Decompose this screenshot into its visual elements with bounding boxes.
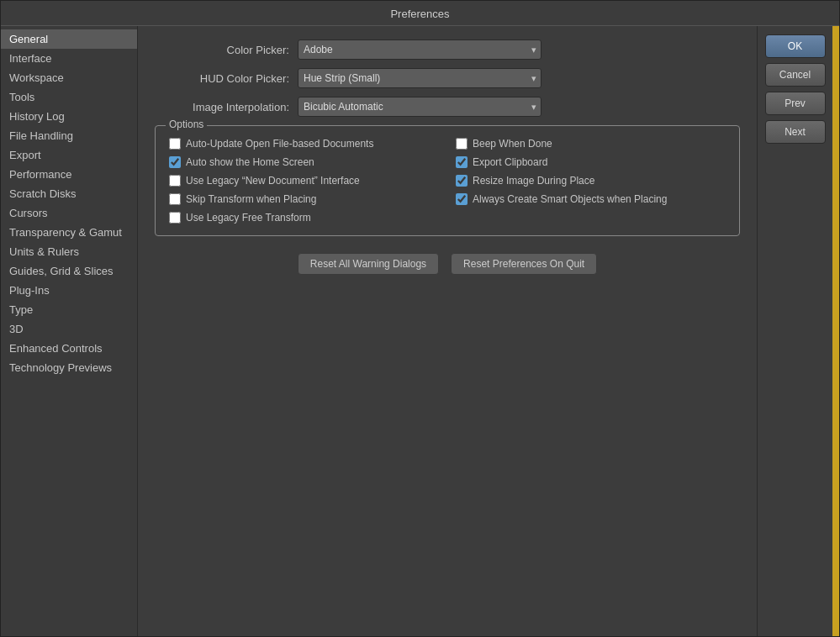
checkbox-row-4: Use Legacy “New Document” Interface <box>169 175 439 187</box>
hud-color-picker-select-wrapper: Hue Strip (Small)Hue Strip (Medium)Hue S… <box>298 68 542 88</box>
options-box: Options Auto-Update Open File-based Docu… <box>155 125 740 236</box>
image-interpolation-label: Image Interpolation: <box>155 101 289 113</box>
image-interpolation-select[interactable]: Bicubic AutomaticNearest NeighborBilinea… <box>298 97 542 117</box>
main-content: Color Picker: AdobeWindows HUD Color Pic… <box>138 26 757 636</box>
checkbox-row-5: Resize Image During Place <box>456 175 726 187</box>
checkbox-6[interactable] <box>169 193 181 205</box>
sidebar-item-interface[interactable]: Interface <box>1 49 137 68</box>
image-interpolation-select-wrapper: Bicubic AutomaticNearest NeighborBilinea… <box>298 97 542 117</box>
checkbox-2[interactable] <box>169 156 181 168</box>
sidebar-item-3d[interactable]: 3D <box>1 319 137 339</box>
checkbox-3[interactable] <box>456 156 468 168</box>
checkbox-row-6: Skip Transform when Placing <box>169 193 439 205</box>
checkbox-label-6[interactable]: Skip Transform when Placing <box>186 193 316 205</box>
hud-color-picker-row: HUD Color Picker: Hue Strip (Small)Hue S… <box>155 68 740 88</box>
checkbox-row-7: Always Create Smart Objects when Placing <box>456 193 726 205</box>
color-picker-row: Color Picker: AdobeWindows <box>155 39 740 60</box>
sidebar-item-tools[interactable]: Tools <box>1 87 137 107</box>
checkbox-4[interactable] <box>169 175 181 187</box>
checkbox-label-1[interactable]: Beep When Done <box>473 138 552 150</box>
options-grid: Auto-Update Open File-based DocumentsBee… <box>169 138 726 224</box>
color-picker-label: Color Picker: <box>155 44 289 56</box>
sidebar-item-cursors[interactable]: Cursors <box>1 203 137 223</box>
checkbox-5[interactable] <box>456 175 468 187</box>
preferences-dialog: Preferences GeneralInterfaceWorkspaceToo… <box>0 0 840 637</box>
color-picker-select-wrapper: AdobeWindows <box>298 39 542 60</box>
sidebar-item-scratch-disks[interactable]: Scratch Disks <box>1 184 137 203</box>
hud-color-picker-label: HUD Color Picker: <box>155 72 289 85</box>
checkbox-row-0: Auto-Update Open File-based Documents <box>169 138 439 150</box>
checkbox-label-2[interactable]: Auto show the Home Screen <box>186 156 314 168</box>
options-title: Options <box>166 118 207 130</box>
sidebar-item-technology-previews[interactable]: Technology Previews <box>1 358 137 377</box>
right-accent-strip <box>832 26 839 636</box>
image-interpolation-row: Image Interpolation: Bicubic AutomaticNe… <box>155 97 740 117</box>
checkbox-label-0[interactable]: Auto-Update Open File-based Documents <box>186 138 373 150</box>
checkbox-0[interactable] <box>169 138 181 150</box>
sidebar-item-type[interactable]: Type <box>1 300 137 319</box>
sidebar-item-history-log[interactable]: History Log <box>1 107 137 126</box>
checkbox-7[interactable] <box>456 193 468 205</box>
sidebar-item-file-handling[interactable]: File Handling <box>1 126 137 145</box>
checkbox-label-5[interactable]: Resize Image During Place <box>473 175 594 187</box>
checkbox-label-4[interactable]: Use Legacy “New Document” Interface <box>186 175 360 187</box>
next-button[interactable]: Next <box>765 120 826 144</box>
sidebar-item-enhanced-controls[interactable]: Enhanced Controls <box>1 339 137 358</box>
hud-color-picker-select[interactable]: Hue Strip (Small)Hue Strip (Medium)Hue S… <box>298 68 542 88</box>
cancel-button[interactable]: Cancel <box>765 63 826 87</box>
sidebar-item-guides--grid---slices[interactable]: Guides, Grid & Slices <box>1 261 137 281</box>
sidebar-item-performance[interactable]: Performance <box>1 165 137 184</box>
color-picker-select[interactable]: AdobeWindows <box>298 39 542 60</box>
button-panel: OK Cancel Prev Next <box>757 26 832 636</box>
sidebar-item-general[interactable]: General <box>1 29 137 49</box>
reset-prefs-button[interactable]: Reset Preferences On Quit <box>451 253 597 275</box>
sidebar-item-units---rulers[interactable]: Units & Rulers <box>1 242 137 261</box>
sidebar-item-workspace[interactable]: Workspace <box>1 68 137 87</box>
checkbox-label-8[interactable]: Use Legacy Free Transform <box>186 212 311 224</box>
checkbox-label-3[interactable]: Export Clipboard <box>473 156 547 168</box>
dialog-title: Preferences <box>1 1 839 26</box>
sidebar-item-transparency---gamut[interactable]: Transparency & Gamut <box>1 223 137 242</box>
reset-warnings-button[interactable]: Reset All Warning Dialogs <box>298 253 439 275</box>
sidebar: GeneralInterfaceWorkspaceToolsHistory Lo… <box>1 26 138 636</box>
checkbox-label-7[interactable]: Always Create Smart Objects when Placing <box>473 193 667 205</box>
checkbox-8[interactable] <box>169 212 181 224</box>
checkbox-1[interactable] <box>456 138 468 150</box>
checkbox-row-8: Use Legacy Free Transform <box>169 212 439 224</box>
dialog-body: GeneralInterfaceWorkspaceToolsHistory Lo… <box>1 26 839 636</box>
ok-button[interactable]: OK <box>765 34 826 58</box>
checkbox-row-1: Beep When Done <box>456 138 726 150</box>
prev-button[interactable]: Prev <box>765 92 826 115</box>
reset-buttons-row: Reset All Warning Dialogs Reset Preferen… <box>155 253 740 275</box>
checkbox-row-2: Auto show the Home Screen <box>169 156 439 168</box>
sidebar-item-plug-ins[interactable]: Plug-Ins <box>1 281 137 300</box>
sidebar-item-export[interactable]: Export <box>1 145 137 165</box>
checkbox-row-3: Export Clipboard <box>456 156 726 168</box>
